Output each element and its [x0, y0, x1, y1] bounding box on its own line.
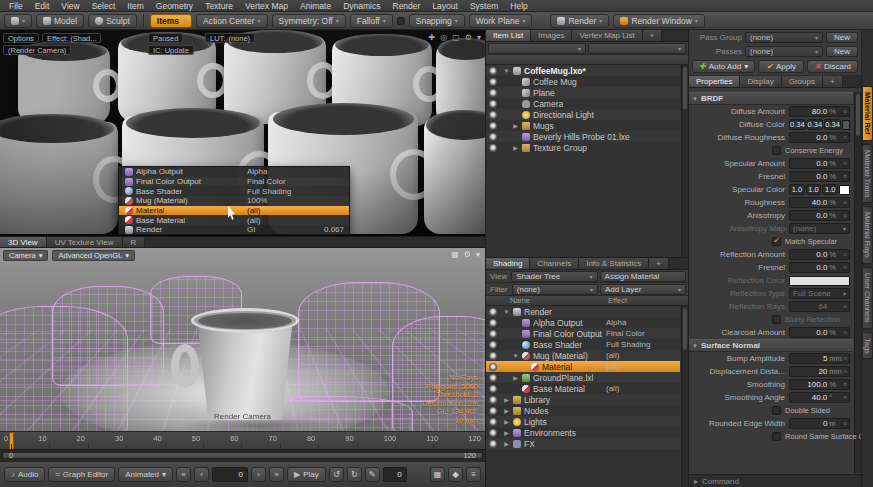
expand-arrow-icon[interactable]: ▶ [512, 144, 519, 151]
visibility-eye-icon[interactable] [489, 440, 497, 448]
color-swatch[interactable] [842, 120, 850, 130]
work-plane-dropdown[interactable]: Work Plane▾ [469, 14, 533, 28]
assign-material-button[interactable]: Assign Material [600, 271, 686, 282]
coffee-mug-model[interactable] [186, 308, 304, 428]
falloff-dropdown[interactable]: Falloff▾ [350, 14, 393, 28]
shader-layer-row[interactable]: ▶ GroundPlane.lxl [486, 372, 680, 383]
preview-options-button[interactable]: Options [3, 33, 39, 43]
menu-item[interactable]: System [464, 1, 504, 11]
new-pass-button[interactable]: New [826, 46, 858, 57]
filter-items-dropdown[interactable]: ▾ [488, 43, 586, 54]
item-row[interactable]: ▶ Texture Group [486, 142, 680, 153]
render-button[interactable]: Render▾ [550, 14, 609, 28]
value-field[interactable]: 0.0%‹› [789, 132, 850, 143]
action-center-dropdown[interactable]: Action Center▾ [196, 14, 268, 28]
color-value-field[interactable]: 1.0 [806, 184, 822, 195]
value-field[interactable]: 0.0%‹› [789, 327, 850, 338]
color-value-field[interactable]: 1.0 [789, 184, 805, 195]
section-surface-normal[interactable]: ▼Surface Normal [689, 339, 853, 352]
menu-item[interactable]: Edit [29, 1, 56, 11]
shader-layer-row[interactable]: Material (all) [486, 361, 680, 372]
option-icon-button[interactable]: ▦ [430, 467, 445, 482]
viewport-tab[interactable]: 3D View [0, 237, 47, 247]
visibility-eye-icon[interactable] [489, 341, 497, 349]
audio-button[interactable]: ♪Audio [4, 467, 45, 482]
expand-arrow-icon[interactable]: ▶ [503, 407, 510, 414]
discard-button[interactable]: ✖Discard [807, 60, 858, 73]
filter-dropdown[interactable]: (none)▾ [512, 284, 598, 295]
tab-sculpt[interactable]: Sculpt [88, 14, 137, 28]
checkbox[interactable] [772, 406, 781, 415]
symmetry-dropdown[interactable]: Symmetry: Off▾ [272, 14, 346, 28]
popup-row[interactable]: Base Material (all) [119, 215, 349, 225]
transport-button[interactable]: » [269, 467, 284, 482]
expand-arrow-icon[interactable]: ▼ [503, 68, 510, 74]
menu-item[interactable]: Item [121, 1, 150, 11]
shader-layer-row[interactable]: ▼ Render [486, 306, 680, 317]
transport-button[interactable]: ‹ [194, 467, 209, 482]
item-row[interactable]: Beverly Hills Probe 01.lxe [486, 131, 680, 142]
side-tab[interactable]: User Channels [862, 267, 873, 329]
expand-arrow-icon[interactable]: ▶ [503, 440, 510, 447]
transport-button[interactable]: › [251, 467, 266, 482]
apply-button[interactable]: ✔Apply [758, 60, 804, 73]
preview-tool-icon[interactable]: ✚ [429, 33, 436, 42]
item-row[interactable]: ▼ CoffeeMug.lxo* [486, 65, 680, 76]
dropdown[interactable]: Full Scene▾ [789, 288, 850, 299]
value-field[interactable]: 64‹› [789, 301, 850, 312]
preview-effect-dropdown[interactable]: Effect: (Shad... [42, 33, 101, 43]
visibility-eye-icon[interactable] [489, 418, 497, 426]
color-value-field[interactable]: 1.0 [822, 184, 838, 195]
color-value-field[interactable]: 0.34 [807, 119, 824, 130]
value-field[interactable]: 40.0%‹› [789, 197, 850, 208]
expand-arrow-icon[interactable]: ▶ [512, 122, 519, 129]
shader-layer-row[interactable]: ▶ Library [486, 394, 680, 405]
popup-row[interactable]: Alpha Output Alpha [119, 167, 349, 177]
preview-tool-icon[interactable]: ⚙ [465, 33, 472, 42]
visibility-eye-icon[interactable] [489, 352, 497, 360]
command-bar[interactable]: ▸ Command [689, 474, 861, 487]
render-window-button[interactable]: Render Window▾ [613, 14, 705, 28]
viewport-3d[interactable]: Camera▾ Advanced OpenGL▾ ▦⚙▾ No RaysPoly… [0, 248, 485, 431]
menu-item[interactable]: Help [504, 1, 533, 11]
add-layer-dropdown[interactable]: Add Layer▾ [600, 284, 686, 295]
preview-tool-icon[interactable]: ▾ [477, 33, 481, 42]
timeline-ruler[interactable]: 0102030405060708090100110120 [0, 431, 485, 449]
side-tab[interactable]: Material Trans [862, 144, 873, 204]
value-field[interactable]: 0.0%‹› [789, 171, 850, 182]
menu-item[interactable]: Vertex Map [239, 1, 294, 11]
scrollbar[interactable] [681, 306, 688, 487]
popup-row[interactable]: Base Shader Full Shading [119, 186, 349, 196]
visibility-eye-icon[interactable] [489, 144, 497, 152]
panel-tab[interactable]: + [643, 30, 663, 41]
panel-tab[interactable]: Shading [486, 258, 530, 269]
add-item-dropdown[interactable]: ▾ [588, 43, 686, 54]
value-field[interactable]: 80.0%‹› [789, 106, 850, 117]
visibility-eye-icon[interactable] [489, 396, 497, 404]
menu-item[interactable]: Select [86, 1, 122, 11]
preview-camera-dropdown[interactable]: (Render Camera) [3, 45, 71, 55]
viewport-tool-icon[interactable]: ▦ [451, 250, 459, 259]
pass-group-select[interactable]: (none)▾ [745, 32, 823, 43]
popup-row[interactable]: Final Color Output Final Color [119, 177, 349, 187]
menu-item[interactable]: File [3, 1, 29, 11]
tab-model[interactable]: Model [36, 14, 84, 28]
viewport-camera-dropdown[interactable]: Camera▾ [3, 250, 48, 261]
visibility-eye-icon[interactable] [489, 122, 497, 130]
preview-lut-dropdown[interactable]: LUT:(none) [205, 33, 255, 43]
panel-tab[interactable]: Images [531, 30, 572, 41]
section-brdf[interactable]: ▼BRDF [689, 92, 853, 105]
value-field[interactable]: 100.0%‹› [789, 379, 850, 390]
panel-tab[interactable]: Info & Statistics [579, 258, 649, 269]
panel-tab[interactable]: Groups [782, 76, 823, 87]
animated-dropdown[interactable]: Animated▾ [118, 467, 173, 482]
visibility-eye-icon[interactable] [489, 374, 497, 382]
expand-arrow-icon[interactable]: ▶ [503, 396, 510, 403]
panel-tab[interactable]: Display [740, 76, 781, 87]
value-field[interactable]: 0.0%‹› [789, 210, 850, 221]
timeline-range-bar[interactable]: 0 120 [0, 449, 485, 461]
value-field[interactable]: 40.0°‹› [789, 392, 850, 403]
expand-arrow-icon[interactable]: ▼ [503, 309, 510, 315]
snapping-checkbox[interactable] [397, 17, 405, 25]
expand-arrow-icon[interactable]: ▶ [503, 429, 510, 436]
